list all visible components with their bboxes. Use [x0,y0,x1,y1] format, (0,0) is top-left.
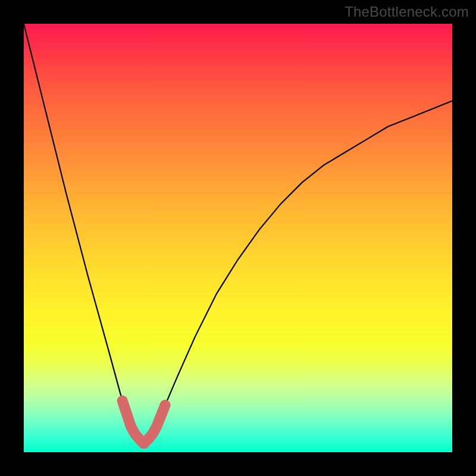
optimal-zone-highlight [123,401,165,444]
plot-area [24,24,452,452]
watermark-text: TheBottleneck.com [345,4,469,20]
chart-frame: TheBottleneck.com [0,0,476,476]
curve-layer [24,24,452,452]
bottleneck-curve [24,24,452,444]
